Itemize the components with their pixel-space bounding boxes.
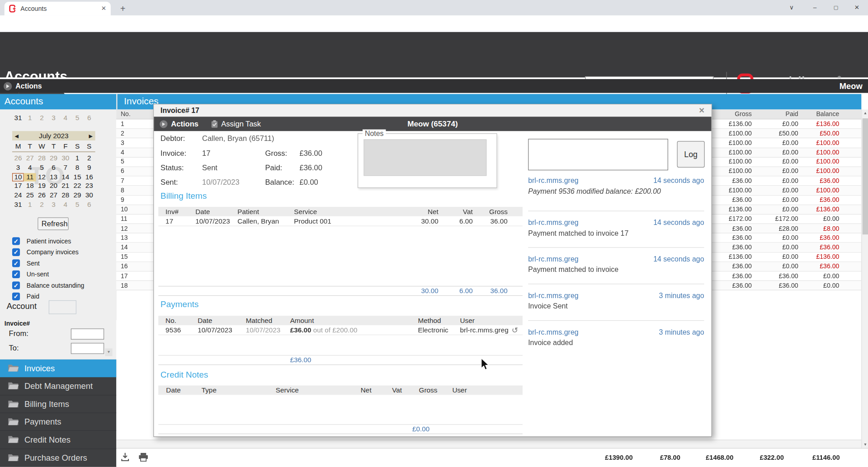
log-button[interactable]: Log	[677, 141, 705, 168]
next-month-icon[interactable]: ▶	[86, 133, 95, 138]
log-time-link[interactable]: 3 minutes ago	[659, 328, 704, 336]
calendar-day[interactable]: 18	[24, 182, 36, 190]
calendar-day[interactable]: 4	[60, 201, 71, 209]
log-user-link[interactable]: brl-rc.mms.greg	[528, 291, 578, 299]
scrollbar-thumb[interactable]	[863, 118, 868, 234]
calendar-day[interactable]: 4	[60, 114, 71, 122]
checkbox-checked-icon[interactable]: ✓	[12, 259, 20, 267]
calendar-day[interactable]: 8	[71, 163, 83, 172]
print-icon[interactable]	[138, 453, 148, 462]
calendar-day[interactable]: 5	[36, 163, 47, 172]
checkbox-checked-icon[interactable]: ✓	[12, 248, 20, 256]
calendar-day[interactable]: 4	[24, 163, 36, 172]
window-maximize-icon[interactable]: ▢	[831, 5, 840, 10]
sidebar-nav-invoices[interactable]: Invoices	[0, 360, 116, 378]
payment-row[interactable]: 9536 10/07/2023 10/07/2023 £36.00 out of…	[158, 325, 523, 335]
log-time-link[interactable]: 3 minutes ago	[659, 291, 704, 299]
checkbox-checked-icon[interactable]: ✓	[12, 271, 20, 278]
window-close-icon[interactable]: ✕	[853, 4, 862, 11]
log-user-link[interactable]: brl-rc.mms.greg	[528, 255, 578, 263]
panel-scroll-down-icon[interactable]: ▼	[105, 348, 113, 356]
calendar-day[interactable]: 13	[48, 173, 60, 181]
sidebar-nav-billing-items[interactable]: Billing Items	[0, 395, 116, 413]
calendar-day[interactable]: 15	[71, 173, 83, 181]
payment-history-icon[interactable]: ↺	[512, 326, 518, 335]
calendar-day[interactable]: 12	[36, 173, 47, 181]
dialog-close-icon[interactable]: ✕	[698, 106, 704, 114]
calendar-day[interactable]: 1	[71, 154, 83, 163]
log-time-link[interactable]: 14 seconds ago	[653, 219, 704, 227]
calendar-day[interactable]: 29	[71, 191, 83, 200]
calendar-day[interactable]: 11	[24, 173, 36, 181]
calendar-day[interactable]: 1	[24, 201, 36, 209]
checkbox-checked-icon[interactable]: ✓	[12, 237, 20, 245]
checkbox-checked-icon[interactable]: ✓	[12, 293, 20, 300]
checkbox-checked-icon[interactable]: ✓	[12, 281, 20, 289]
refresh-button[interactable]: Refresh	[38, 217, 69, 230]
calendar-day[interactable]: 20	[48, 182, 60, 190]
calendar-day[interactable]: 29	[48, 154, 60, 163]
calendar-day[interactable]: 2	[36, 114, 47, 122]
sidebar-nav-purchase-orders[interactable]: Purchase Orders	[0, 449, 116, 467]
calendar-day[interactable]: 31	[12, 114, 24, 122]
calendar-day[interactable]: 30	[60, 154, 71, 163]
calendar-day[interactable]: 6	[48, 163, 60, 172]
calendar-day[interactable]: 31	[12, 201, 24, 209]
calendar-day[interactable]: 30	[83, 191, 95, 200]
vertical-scrollbar[interactable]: ▲ ▼	[861, 109, 868, 448]
download-icon[interactable]	[121, 453, 130, 462]
log-time-link[interactable]: 14 seconds ago	[653, 177, 704, 185]
calendar-day[interactable]: 1	[24, 114, 36, 122]
log-comment-input[interactable]	[528, 139, 668, 170]
calendar-day[interactable]: 6	[83, 114, 95, 122]
calendar-day[interactable]: 2	[83, 154, 95, 163]
sidebar-nav-credit-notes[interactable]: Credit Notes	[0, 431, 116, 449]
calendar-day[interactable]: 28	[60, 191, 71, 200]
invoice-from-input[interactable]	[71, 328, 104, 339]
calendar-day[interactable]: 5	[71, 114, 83, 122]
browser-tab[interactable]: Accounts ✕	[5, 2, 111, 16]
calendar-day[interactable]: 27	[24, 154, 36, 163]
scroll-down-icon[interactable]: ▼	[862, 441, 868, 448]
sidebar-nav-debt-management[interactable]: Debt Management	[0, 378, 116, 396]
calendar-day[interactable]: 25	[24, 191, 36, 200]
log-user-link[interactable]: brl-rc.mms.greg	[528, 219, 578, 227]
calendar-day[interactable]: 28	[36, 154, 47, 163]
calendar-day[interactable]: 6	[83, 201, 95, 209]
window-minimize-icon[interactable]: –	[811, 4, 820, 11]
actions-label[interactable]: Actions	[15, 82, 42, 90]
actions-icon[interactable]	[3, 82, 12, 91]
calendar-day[interactable]: 23	[83, 182, 95, 190]
calendar-day[interactable]: 19	[36, 182, 47, 190]
calendar-day[interactable]: 16	[83, 173, 95, 181]
calendar-day[interactable]: 3	[12, 163, 24, 172]
calendar-day[interactable]: 26	[12, 154, 24, 163]
new-tab-button[interactable]: +	[118, 3, 128, 14]
calendar-day[interactable]: 2	[36, 201, 47, 209]
calendar-day[interactable]: 21	[60, 182, 71, 190]
dialog-titlebar[interactable]: Invoice# 17 ✕	[154, 104, 711, 117]
calendar-day[interactable]: 24	[12, 191, 24, 200]
calendar-day[interactable]: 10	[12, 173, 24, 181]
calendar-day[interactable]: 9	[83, 163, 95, 172]
notes-textarea[interactable]	[363, 140, 486, 176]
tab-search-icon[interactable]: ∨	[787, 4, 796, 11]
scroll-up-icon[interactable]: ▲	[862, 109, 868, 117]
prev-month-icon[interactable]: ◀	[12, 133, 21, 138]
sidebar-nav-payments[interactable]: Payments	[0, 413, 116, 431]
invoice-to-input[interactable]	[71, 343, 104, 354]
log-user-link[interactable]: brl-rc.mms.greg	[528, 328, 578, 336]
calendar-day[interactable]: 17	[12, 182, 24, 190]
calendar-day[interactable]: 3	[48, 201, 60, 209]
horizontal-scrollbar[interactable]	[116, 439, 861, 448]
log-time-link[interactable]: 14 seconds ago	[653, 255, 704, 263]
tab-close-icon[interactable]: ✕	[101, 5, 106, 12]
account-input[interactable]	[49, 300, 76, 314]
billing-item-row[interactable]: 17 10/07/2023 Callen, Bryan Product 001 …	[158, 216, 523, 226]
calendar-day[interactable]: 5	[71, 201, 83, 209]
log-user-link[interactable]: brl-rc.mms.greg	[528, 177, 578, 185]
calendar-day[interactable]: 26	[36, 191, 47, 200]
calendar-day[interactable]: 3	[48, 114, 60, 122]
calendar-day[interactable]: 22	[71, 182, 83, 190]
calendar-day[interactable]: 14	[60, 173, 71, 181]
